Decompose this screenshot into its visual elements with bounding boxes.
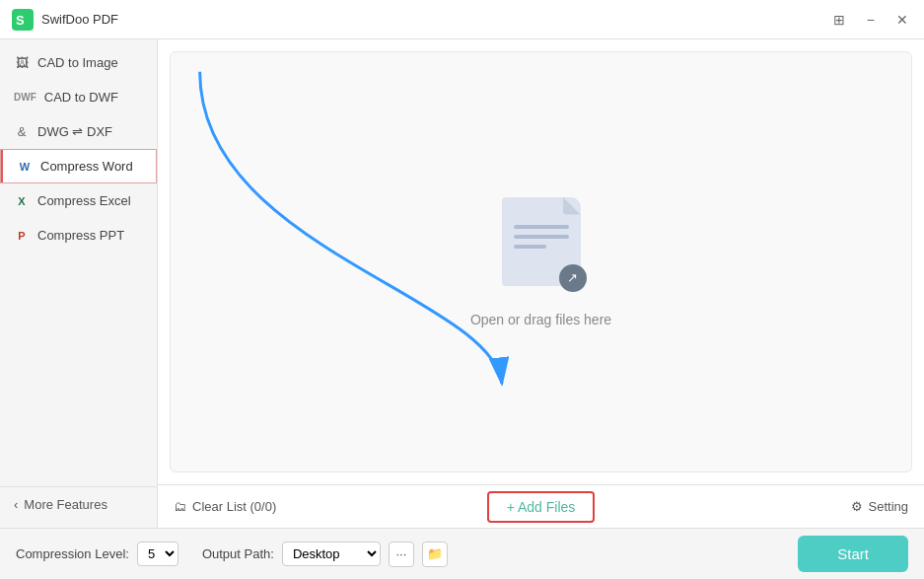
doc-line-2: [514, 235, 569, 239]
drop-icon-wrapper: ↗: [492, 197, 591, 296]
minimize-button[interactable]: −: [863, 10, 879, 30]
clear-list-label: Clear List (0/0): [192, 499, 276, 514]
output-path-label: Output Path:: [202, 546, 274, 561]
upload-badge: ↗: [559, 264, 587, 292]
app-logo: S: [12, 9, 34, 31]
more-features[interactable]: ‹ More Features: [0, 486, 157, 522]
svg-text:S: S: [16, 13, 25, 28]
output-path-folder-button[interactable]: 📁: [422, 542, 448, 567]
folder-icon: 📁: [427, 546, 443, 561]
sidebar-item-label: CAD to DWF: [44, 90, 118, 105]
sidebar: 🖼 CAD to Image DWF CAD to DWF & DWG ⇌ DX…: [0, 39, 158, 528]
doc-line-3: [514, 245, 547, 249]
bottom-bar: Compression Level: 5 1 2 3 4 6 7 8 9 Out…: [0, 528, 924, 579]
doc-lines: [514, 225, 569, 254]
cad-to-dwf-icon: DWF: [14, 92, 36, 103]
sidebar-item-cad-to-image[interactable]: 🖼 CAD to Image: [0, 45, 157, 80]
toolbar-bottom: 🗂 Clear List (0/0) + Add Files ⚙ Setting: [158, 484, 924, 528]
doc-line-1: [514, 225, 569, 229]
sidebar-item-label: CAD to Image: [37, 55, 118, 70]
sidebar-item-dwg-dxf[interactable]: & DWG ⇌ DXF: [0, 114, 157, 149]
sidebar-item-compress-ppt[interactable]: P Compress PPT: [0, 218, 157, 253]
clear-icon: 🗂: [174, 499, 186, 514]
drop-zone[interactable]: ↗ Open or drag files here: [170, 51, 912, 472]
sidebar-item-label: Compress Excel: [37, 193, 131, 208]
app-title: SwifDoo PDF: [41, 12, 829, 27]
sidebar-item-label: Compress PPT: [37, 228, 124, 243]
setting-button[interactable]: ⚙ Setting: [595, 499, 908, 514]
setting-label: Setting: [869, 499, 908, 514]
compression-level-label: Compression Level:: [16, 546, 129, 561]
sidebar-item-label: Compress Word: [40, 159, 133, 174]
drop-text: Open or drag files here: [470, 312, 611, 327]
content-area: ↗ Open or drag files here 🗂 Clear List (…: [158, 39, 924, 528]
sidebar-item-compress-word[interactable]: W Compress Word: [0, 149, 157, 183]
compress-excel-icon: X: [14, 195, 30, 207]
compress-word-icon: W: [17, 161, 33, 173]
add-files-label: + Add Files: [507, 499, 576, 515]
sidebar-item-cad-to-dwf[interactable]: DWF CAD to DWF: [0, 80, 157, 114]
dwg-dxf-icon: &: [14, 124, 30, 139]
sidebar-item-compress-excel[interactable]: X Compress Excel: [0, 183, 157, 218]
compression-level-control: Compression Level: 5 1 2 3 4 6 7 8 9: [16, 542, 178, 566]
add-files-button[interactable]: + Add Files: [487, 491, 596, 523]
compression-level-select[interactable]: 5 1 2 3 4 6 7 8 9: [137, 542, 178, 566]
setting-icon: ⚙: [851, 499, 863, 514]
clear-list-button[interactable]: 🗂 Clear List (0/0): [174, 499, 487, 514]
start-button[interactable]: Start: [798, 536, 908, 572]
output-path-select[interactable]: Desktop Documents Downloads: [282, 542, 381, 566]
chevron-left-icon: ‹: [14, 497, 18, 512]
titlebar: S SwifDoo PDF ⊞ − ✕: [0, 0, 924, 39]
compress-ppt-icon: P: [14, 230, 30, 242]
window-controls: ⊞ − ✕: [829, 10, 912, 30]
sidebar-item-label: DWG ⇌ DXF: [37, 124, 112, 139]
dots-icon: ···: [395, 546, 406, 561]
output-path-control: Output Path: Desktop Documents Downloads…: [202, 542, 448, 567]
upload-icon: ↗: [567, 270, 578, 285]
pin-button[interactable]: ⊞: [829, 10, 849, 30]
more-features-label: More Features: [24, 497, 107, 512]
main-layout: 🖼 CAD to Image DWF CAD to DWF & DWG ⇌ DX…: [0, 39, 924, 528]
close-button[interactable]: ✕: [892, 10, 912, 30]
cad-to-image-icon: 🖼: [14, 55, 30, 70]
output-path-dots-button[interactable]: ···: [389, 542, 414, 567]
